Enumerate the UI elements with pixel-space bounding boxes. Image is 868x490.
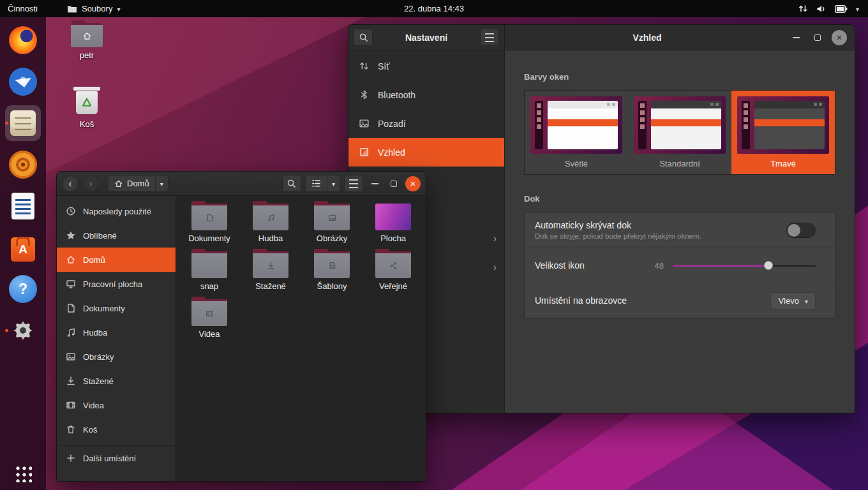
sidebar-item-appearance[interactable]: Vzhled bbox=[348, 138, 504, 167]
dock-item-libreoffice-writer[interactable] bbox=[5, 188, 41, 224]
search-button[interactable] bbox=[282, 175, 301, 192]
folder-item-downloads[interactable]: Stažené bbox=[240, 250, 301, 298]
sidebar-item-network[interactable]: Síť bbox=[348, 52, 504, 80]
pictures-icon bbox=[66, 352, 76, 362]
trash-icon bbox=[73, 87, 100, 116]
sidebar-item-downloads[interactable]: Stažené bbox=[57, 369, 176, 393]
desktop-icon-home[interactable]: petr bbox=[64, 23, 110, 60]
close-button[interactable] bbox=[405, 176, 421, 191]
sidebar-item-other-locations[interactable]: Další umístění bbox=[57, 446, 176, 470]
folder-item-desktop[interactable]: Plocha bbox=[363, 202, 424, 250]
window-colors-card: Světlé Standardní Tmavé bbox=[524, 90, 835, 175]
theme-option-light[interactable]: Světlé bbox=[525, 91, 628, 174]
folder-icon bbox=[375, 251, 411, 278]
dock-item-rhythmbox[interactable] bbox=[5, 147, 41, 182]
files-sidebar: Naposledy použité Oblíbené Domů Pracovní… bbox=[57, 196, 176, 481]
sidebar-item-documents[interactable]: Dokumenty bbox=[57, 296, 176, 320]
recent-icon bbox=[66, 206, 76, 216]
sidebar-item-bluetooth[interactable]: Bluetooth bbox=[348, 80, 504, 109]
dock-item-files[interactable] bbox=[5, 105, 41, 141]
list-view-icon bbox=[311, 179, 321, 188]
sidebar-item-recent[interactable]: Naposledy použité bbox=[57, 199, 176, 223]
folder-item-documents[interactable]: Dokumenty bbox=[179, 202, 240, 250]
ubuntu-software-icon bbox=[11, 237, 35, 262]
sidebar-item-label: Videa bbox=[83, 401, 104, 410]
folder-label: Plocha bbox=[380, 234, 406, 243]
folder-item-public[interactable]: Veřejné bbox=[363, 250, 424, 298]
sidebar-item-starred[interactable]: Oblíbené bbox=[57, 223, 176, 248]
chevron-right-icon bbox=[493, 233, 497, 244]
back-button[interactable] bbox=[62, 175, 79, 192]
icon-size-slider[interactable] bbox=[673, 260, 816, 271]
autohide-toggle[interactable] bbox=[786, 223, 816, 238]
forward-button[interactable] bbox=[82, 175, 99, 192]
chevron-right-icon bbox=[493, 262, 497, 273]
theme-option-dark[interactable]: Tmavé bbox=[731, 91, 835, 174]
list-view-button[interactable] bbox=[306, 175, 327, 191]
clock[interactable]: 22. dubna 14:43 bbox=[398, 0, 470, 17]
chevron-down-icon bbox=[117, 4, 120, 13]
templates-emblem-icon bbox=[314, 253, 350, 278]
minimize-button[interactable] bbox=[788, 30, 804, 45]
folder-item-pictures[interactable]: Obrázky bbox=[301, 202, 363, 250]
folder-item-snap[interactable]: snap bbox=[179, 250, 240, 298]
slider-knob[interactable] bbox=[764, 261, 773, 270]
folder-label: snap bbox=[200, 281, 218, 291]
settings-sidebar-header: Nastavení bbox=[348, 25, 505, 50]
folder-item-music[interactable]: Hudba bbox=[240, 202, 301, 250]
sidebar-item-background[interactable]: Pozadí bbox=[348, 109, 504, 138]
close-button[interactable] bbox=[832, 30, 847, 45]
dock-item-firefox[interactable] bbox=[5, 22, 41, 58]
bluetooth-icon bbox=[359, 89, 370, 100]
dock-item-ubuntu-software[interactable] bbox=[5, 230, 41, 265]
folder-item-videos[interactable]: Videa bbox=[179, 298, 240, 346]
folder-label: Šablony bbox=[317, 281, 347, 291]
pictures-emblem-icon bbox=[314, 205, 350, 230]
folder-icon bbox=[191, 299, 227, 326]
sidebar-item-home[interactable]: Domů bbox=[57, 248, 176, 272]
position-row: Umístění na obrazovce Vlevo bbox=[525, 283, 835, 318]
location-button[interactable]: Domů bbox=[108, 175, 168, 192]
app-menu[interactable]: Soubory bbox=[62, 0, 125, 17]
position-dropdown[interactable]: Vlevo bbox=[770, 292, 816, 309]
sidebar-item-label: Bluetooth bbox=[378, 90, 415, 100]
chevron-down-icon bbox=[805, 296, 808, 306]
trash-lid bbox=[73, 87, 100, 91]
sidebar-item-pictures[interactable]: Obrázky bbox=[57, 345, 176, 369]
hamburger-menu-button[interactable] bbox=[480, 29, 499, 46]
hamburger-menu-button[interactable] bbox=[344, 175, 363, 192]
maximize-icon bbox=[814, 34, 821, 41]
sidebar-item-desktop[interactable]: Pracovní plocha bbox=[57, 272, 176, 296]
plus-icon bbox=[66, 453, 76, 463]
downloads-icon bbox=[66, 376, 76, 386]
show-applications-button[interactable] bbox=[5, 461, 41, 486]
dock-item-settings[interactable] bbox=[5, 313, 41, 348]
folder-item-templates[interactable]: Šablony bbox=[301, 250, 363, 298]
view-options-caret[interactable] bbox=[327, 175, 340, 191]
maximize-button[interactable] bbox=[810, 30, 825, 45]
toggle-knob[interactable] bbox=[788, 224, 800, 237]
sidebar-item-videos[interactable]: Videa bbox=[57, 393, 176, 417]
desktop-icon-trash[interactable]: Koš bbox=[64, 87, 110, 129]
top-bar: Činnosti Soubory 22. dubna 14:43 bbox=[0, 0, 868, 17]
rhythmbox-icon bbox=[9, 151, 37, 179]
show-applications-icon bbox=[15, 465, 32, 482]
trash-body bbox=[76, 91, 98, 114]
sidebar-item-music[interactable]: Hudba bbox=[57, 320, 176, 345]
system-tray[interactable] bbox=[789, 0, 868, 17]
settings-panel-header: Vzhled bbox=[505, 25, 855, 50]
sidebar-item-label: Domů bbox=[83, 255, 105, 265]
sidebar-item-trash[interactable]: Koš bbox=[57, 417, 176, 442]
minimize-button[interactable] bbox=[367, 176, 382, 191]
theme-option-standard[interactable]: Standardní bbox=[628, 91, 731, 174]
location-main[interactable]: Domů bbox=[108, 175, 155, 191]
search-button[interactable] bbox=[354, 29, 373, 46]
appearance-panel: Barvy oken Světlé Standardní bbox=[505, 50, 855, 413]
dock-item-help[interactable] bbox=[5, 271, 41, 307]
maximize-button[interactable] bbox=[386, 176, 401, 191]
activities-button[interactable]: Činnosti bbox=[0, 0, 45, 17]
location-caret[interactable] bbox=[155, 175, 168, 191]
dock-item-thunderbird[interactable] bbox=[5, 64, 41, 100]
view-toggle-button[interactable] bbox=[305, 175, 340, 192]
settings-gear-icon bbox=[9, 316, 37, 345]
